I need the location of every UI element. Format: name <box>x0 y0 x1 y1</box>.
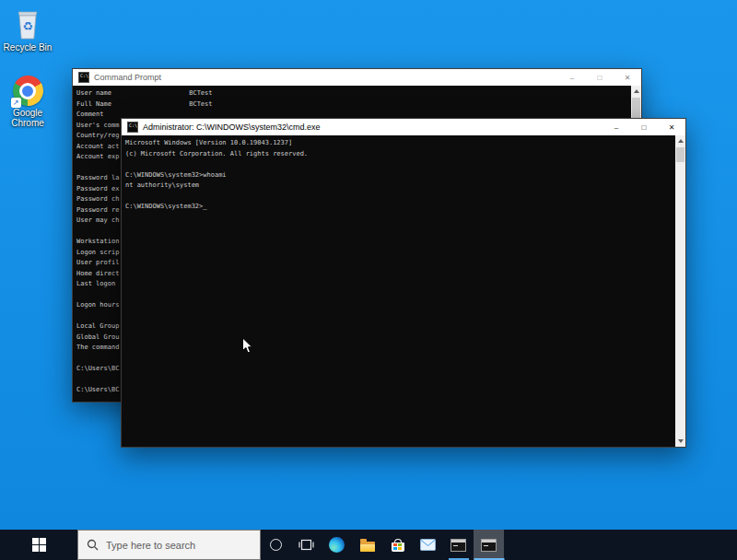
cmd-window-icon <box>78 72 89 83</box>
microsoft-store-button[interactable] <box>382 530 413 560</box>
window-controls: – □ ✕ <box>602 119 685 135</box>
recycle-bin-label: Recycle Bin <box>4 42 53 52</box>
terminal-line <box>125 159 673 170</box>
windows-logo-icon <box>32 538 46 552</box>
chrome-icon: ↗ <box>13 76 43 106</box>
cmd-icon <box>481 539 497 552</box>
taskbar <box>0 530 737 560</box>
terminal-content[interactable]: Microsoft Windows [Version 10.0.19043.12… <box>122 135 685 447</box>
scroll-up-icon[interactable] <box>675 135 685 146</box>
desktop-icon-recycle-bin[interactable]: ♻ Recycle Bin <box>2 7 53 52</box>
taskbar-cmd-window-2-button[interactable] <box>474 530 504 560</box>
cortana-icon <box>270 539 282 551</box>
search-input[interactable] <box>106 540 244 551</box>
terminal-output: Microsoft Windows [Version 10.0.19043.12… <box>125 138 673 213</box>
window-titlebar[interactable]: Command Prompt – □ ✕ <box>73 69 641 86</box>
terminal-line: (c) Microsoft Corporation. All rights re… <box>125 149 673 160</box>
task-view-button[interactable] <box>291 530 322 560</box>
recycle-bin-icon: ♻ <box>12 7 43 41</box>
terminal-line: C:\WINDOWS\system32> <box>125 202 673 213</box>
cmd-window-icon <box>127 122 138 133</box>
window-title: Command Prompt <box>94 73 161 82</box>
scroll-down-icon[interactable] <box>675 436 685 447</box>
terminal-line <box>125 192 673 203</box>
file-explorer-button[interactable] <box>352 530 382 560</box>
shortcut-arrow-icon: ↗ <box>11 98 21 108</box>
edge-button[interactable] <box>322 530 352 560</box>
taskbar-search[interactable] <box>77 530 261 560</box>
mouse-cursor <box>241 337 253 355</box>
close-button[interactable]: ✕ <box>614 69 641 86</box>
mail-icon <box>420 539 436 551</box>
scroll-up-icon[interactable] <box>631 86 641 97</box>
start-button[interactable] <box>0 530 77 560</box>
minimize-button[interactable]: – <box>602 119 630 135</box>
maximize-button[interactable]: □ <box>586 69 614 86</box>
taskbar-cmd-window-1-button[interactable] <box>443 530 474 560</box>
minimize-button[interactable]: – <box>558 69 586 86</box>
administrator-cmd-window: Administrator: C:\WINDOWS\system32\cmd.e… <box>121 118 686 448</box>
terminal-cursor: _ <box>203 202 207 210</box>
mail-button[interactable] <box>413 530 443 560</box>
window-title: Administrator: C:\WINDOWS\system32\cmd.e… <box>143 122 321 132</box>
cmd-icon <box>450 539 466 552</box>
scrollbar[interactable] <box>675 135 685 447</box>
window-controls: – □ ✕ <box>558 69 641 86</box>
task-view-icon <box>298 538 314 552</box>
cortana-button[interactable] <box>261 530 291 560</box>
chrome-label: Google Chrome <box>4 108 52 128</box>
maximize-button[interactable]: □ <box>630 119 658 135</box>
file-explorer-icon <box>360 542 375 552</box>
search-icon <box>87 539 99 551</box>
terminal-line: Microsoft Windows [Version 10.0.19043.12… <box>125 138 673 149</box>
window-titlebar[interactable]: Administrator: C:\WINDOWS\system32\cmd.e… <box>122 119 685 135</box>
terminal-line: User name BCTest <box>76 88 629 99</box>
terminal-line: Full Name BCTest <box>76 99 629 111</box>
close-button[interactable]: ✕ <box>658 119 685 135</box>
edge-icon <box>329 537 345 553</box>
terminal-line: nt authority\system <box>125 181 673 192</box>
svg-text:♻: ♻ <box>22 19 33 33</box>
scrollbar-thumb[interactable] <box>676 147 684 162</box>
store-icon <box>392 539 404 552</box>
desktop-icon-google-chrome[interactable]: ↗ Google Chrome <box>2 76 53 128</box>
terminal-line: C:\WINDOWS\system32>whoami <box>125 170 673 181</box>
